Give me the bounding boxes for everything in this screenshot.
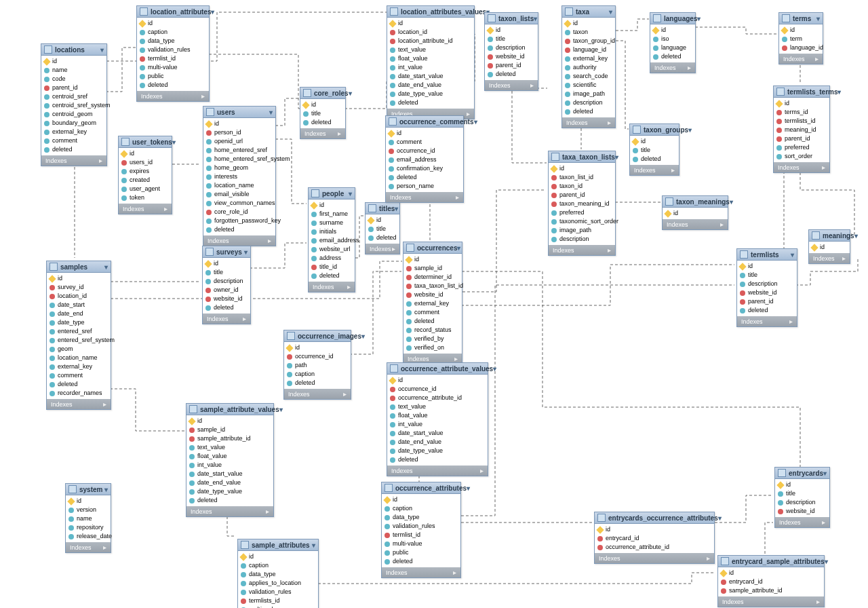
column-website_id[interactable]: website_id <box>403 290 462 299</box>
table-header[interactable]: entrycards_occurrence_attributes▾ <box>595 512 714 524</box>
table-system[interactable]: system▾idversionnamerepositoryrelease_da… <box>65 483 111 553</box>
column-id[interactable]: id <box>137 19 209 28</box>
column-confirmation_key[interactable]: confirmation_key <box>386 164 463 173</box>
column-data_type[interactable]: data_type <box>137 37 209 45</box>
column-id[interactable]: id <box>562 19 615 28</box>
table-header[interactable]: entrycards▾ <box>775 468 829 479</box>
column-date_type_value[interactable]: date_type_value <box>186 487 273 496</box>
column-termlist_id[interactable]: termlist_id <box>382 531 460 539</box>
column-id[interactable]: id <box>718 569 824 577</box>
column-deleted[interactable]: deleted <box>186 496 273 505</box>
column-parent_id[interactable]: parent_id <box>41 83 106 92</box>
table-termlists_terms[interactable]: termlists_terms▾idterms_idtermlists_idme… <box>773 86 830 173</box>
column-id[interactable]: id <box>403 255 462 264</box>
column-date_end[interactable]: date_end <box>47 309 111 318</box>
column-title[interactable]: title <box>366 225 399 233</box>
column-id[interactable]: id <box>630 137 679 146</box>
column-scientific[interactable]: scientific <box>562 81 615 90</box>
indexes-footer[interactable]: Indexes▸ <box>137 91 209 101</box>
column-id[interactable]: id <box>186 417 273 425</box>
indexes-footer[interactable]: Indexes▸ <box>41 155 106 166</box>
column-applies_to_location[interactable]: applies_to_location <box>238 579 318 588</box>
column-validation_rules[interactable]: validation_rules <box>382 522 460 531</box>
column-id[interactable]: id <box>650 26 695 35</box>
table-header[interactable]: taxon_meanings▾ <box>663 196 728 208</box>
column-sample_id[interactable]: sample_id <box>403 264 462 273</box>
column-deleted[interactable]: deleted <box>630 155 679 164</box>
column-person_name[interactable]: person_name <box>386 182 463 191</box>
column-sort_order[interactable]: sort_order <box>774 152 829 161</box>
column-forgotten_password_key[interactable]: forgotten_password_key <box>203 216 275 225</box>
column-public[interactable]: public <box>137 72 209 81</box>
column-date_type_value[interactable]: date_type_value <box>387 90 474 98</box>
column-comment[interactable]: comment <box>47 371 111 380</box>
column-boundary_geom[interactable]: boundary_geom <box>41 119 106 128</box>
column-date_type_value[interactable]: date_type_value <box>387 446 488 455</box>
column-entered_sref_system[interactable]: entered_sref_system <box>47 336 111 345</box>
column-deleted[interactable]: deleted <box>366 233 399 242</box>
column-comment[interactable]: comment <box>386 138 463 147</box>
table-header[interactable]: meanings▾ <box>809 230 850 242</box>
indexes-footer[interactable]: Indexes▸ <box>650 62 695 73</box>
table-taxa_taxon_lists[interactable]: taxa_taxon_lists▾idtaxon_list_idtaxon_id… <box>548 151 616 256</box>
column-owner_id[interactable]: owner_id <box>203 286 250 294</box>
column-id[interactable]: id <box>47 274 111 283</box>
indexes-footer[interactable]: Indexes▸ <box>663 219 728 229</box>
column-code[interactable]: code <box>41 75 106 83</box>
table-header[interactable]: people▾ <box>309 188 355 200</box>
indexes-footer[interactable]: Indexes▸ <box>630 165 679 175</box>
indexes-footer[interactable]: Indexes▸ <box>809 253 850 263</box>
column-path[interactable]: path <box>284 361 351 370</box>
column-deleted[interactable]: deleted <box>562 107 615 116</box>
table-taxon_meanings[interactable]: taxon_meanings▾idIndexes▸ <box>662 195 728 230</box>
table-entrycard_sample_attributes[interactable]: entrycard_sample_attributes▾identrycard_… <box>717 555 825 607</box>
column-id[interactable]: id <box>387 376 488 385</box>
column-email_visible[interactable]: email_visible <box>203 190 275 199</box>
column-deleted[interactable]: deleted <box>284 379 351 387</box>
column-int_value[interactable]: int_value <box>387 420 488 429</box>
column-location_id[interactable]: location_id <box>387 28 474 37</box>
column-record_status[interactable]: record_status <box>403 326 462 335</box>
column-multi-value[interactable]: multi-value <box>382 539 460 548</box>
column-description[interactable]: description <box>562 98 615 107</box>
column-id[interactable]: id <box>549 164 615 173</box>
table-header[interactable]: languages▾ <box>650 13 695 24</box>
table-languages[interactable]: languages▾idisolanguagedeletedIndexes▸ <box>650 12 696 73</box>
indexes-footer[interactable]: Indexes▸ <box>562 117 615 128</box>
column-description[interactable]: description <box>737 280 797 288</box>
column-meaning_id[interactable]: meaning_id <box>774 126 829 134</box>
indexes-footer[interactable]: Indexes▸ <box>386 192 463 202</box>
column-repository[interactable]: repository <box>66 523 111 532</box>
table-header[interactable]: user_tokens▾ <box>119 136 172 148</box>
table-sample_attributes[interactable]: sample_attributes▾idcaptiondata_typeappl… <box>237 539 319 608</box>
table-taxon_groups[interactable]: taxon_groups▾idtitledeletedIndexes▸ <box>629 124 679 176</box>
table-header[interactable]: surveys▾ <box>203 246 250 258</box>
column-date_end_value[interactable]: date_end_value <box>186 478 273 487</box>
column-id[interactable]: id <box>779 26 823 35</box>
column-location_name[interactable]: location_name <box>47 354 111 362</box>
column-title_id[interactable]: title_id <box>309 263 355 271</box>
column-deleted[interactable]: deleted <box>41 145 106 154</box>
column-email_address[interactable]: email_address <box>309 236 355 245</box>
column-deleted[interactable]: deleted <box>203 303 250 312</box>
table-header[interactable]: termlists▾ <box>737 249 797 261</box>
table-header[interactable]: titles▾ <box>366 203 399 214</box>
column-taxon_group_id[interactable]: taxon_group_id <box>562 37 615 45</box>
indexes-footer[interactable]: Indexes▸ <box>203 235 275 246</box>
table-header[interactable]: occurrence_attributes▾ <box>382 482 460 494</box>
indexes-footer[interactable]: Indexes▸ <box>774 162 829 172</box>
table-header[interactable]: sample_attributes▾ <box>238 539 318 551</box>
column-interests[interactable]: interests <box>203 172 275 181</box>
column-date_end_value[interactable]: date_end_value <box>387 438 488 446</box>
column-deleted[interactable]: deleted <box>737 306 797 315</box>
column-id[interactable]: id <box>382 495 460 504</box>
table-people[interactable]: people▾idfirst_namesurnameinitialsemail_… <box>308 187 355 292</box>
column-centroid_sref[interactable]: centroid_sref <box>41 92 106 101</box>
column-location_attribute_id[interactable]: location_attribute_id <box>387 37 474 45</box>
table-location_attributes_values[interactable]: location_attributes_values▾idlocation_id… <box>387 5 475 119</box>
column-deleted[interactable]: deleted <box>382 557 460 566</box>
table-meanings[interactable]: meanings▾idIndexes▸ <box>808 229 850 264</box>
table-header[interactable]: system▾ <box>66 484 111 495</box>
column-sample_attribute_id[interactable]: sample_attribute_id <box>718 586 824 595</box>
column-release_date[interactable]: release_date <box>66 532 111 541</box>
